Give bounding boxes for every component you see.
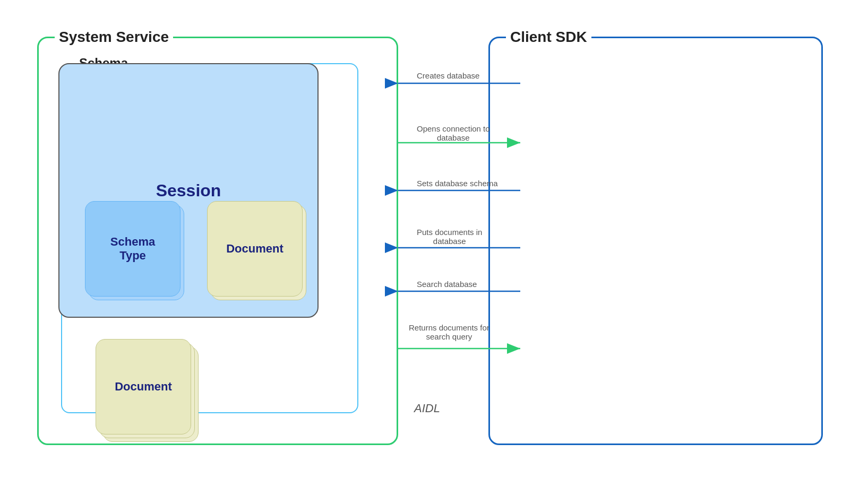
schema-document-card: Document xyxy=(207,201,303,297)
schema-type-stack: SchemaType xyxy=(85,201,181,297)
arrow-label-creates: Creates database xyxy=(417,71,479,80)
schema-document-stack: Document xyxy=(207,201,303,297)
client-sdk-box: Client SDK xyxy=(488,37,823,445)
diagram-container: System Service Schema A document must co… xyxy=(27,21,841,466)
client-sdk-label: Client SDK xyxy=(506,29,591,46)
system-service-label: System Service xyxy=(55,29,173,46)
arrow-label-search: Search database xyxy=(417,280,477,289)
sdk-document-card: Document xyxy=(96,339,191,434)
schema-type-card: SchemaType xyxy=(85,201,181,297)
arrow-label-puts: Puts documents indatabase xyxy=(417,228,482,246)
aidl-label: AIDL xyxy=(414,402,440,415)
arrow-label-opens: Opens connection todatabase xyxy=(417,124,490,142)
arrow-label-returns: Returns documents forsearch query xyxy=(409,323,489,341)
sdk-document-stack: Document xyxy=(96,339,191,434)
arrow-label-sets: Sets database schema xyxy=(417,179,498,188)
